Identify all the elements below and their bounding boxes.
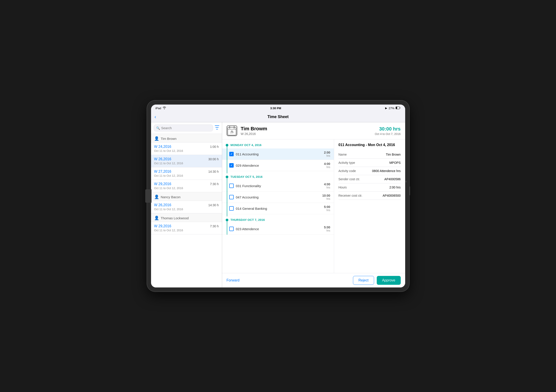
nav-bar: ‹ Time Sheet — [151, 112, 405, 122]
list-item-row: W 26,2016 14:30 h — [154, 203, 219, 207]
week-label: W 26,2016 — [154, 203, 171, 207]
list-item[interactable]: W 26,2016 30:00 h Oct 11 to Oct 12, 2016 — [151, 155, 222, 167]
task-hours-num: 5:00 — [324, 205, 330, 209]
week-label: W 24,2016 — [154, 145, 171, 149]
timeline-line — [227, 221, 227, 235]
sidebar-list: 👤 Tim Brown W 24,2016 1:00 h Oct 11 to O… — [151, 134, 222, 287]
info-label: Name — [339, 153, 347, 156]
task-checkbox-unchecked[interactable] — [229, 227, 234, 231]
detail-panel: 26 Tim Browm W 26,2016 30:00 hrs Oct 4 t… — [222, 122, 405, 287]
list-item[interactable]: W 29,2016 7:30 h Oct 11 to Oct 12, 2016 — [151, 180, 222, 192]
info-row-hours: Hours 2:00 hrs — [339, 183, 401, 192]
calendar-icon: 26 — [227, 125, 237, 136]
info-label: Hours — [339, 186, 347, 189]
list-item[interactable]: W 29,2016 7:30 h Oct 11 to Oct 12, 2016 — [151, 222, 222, 234]
info-label: Receiver cost ctr. — [339, 194, 362, 197]
task-row[interactable]: 047 Accounting 10:00 hrs — [222, 192, 334, 203]
task-checkbox-checked[interactable] — [229, 152, 234, 156]
info-value: 2:00 hrs — [389, 186, 401, 189]
day-label-thursday: THURSDAY OCT 7, 2016 — [231, 218, 265, 221]
task-name: 047 Accounting — [236, 195, 320, 199]
timeline-line — [227, 178, 227, 216]
day-label-tuesday: TUESDAY OCT 5, 2016 — [231, 175, 263, 179]
task-hours-unit: hrs — [324, 209, 330, 212]
total-hours: 30:00 hrs — [375, 126, 401, 132]
task-hours: 4:00 hrs — [324, 162, 330, 169]
reject-button[interactable]: Reject — [353, 276, 374, 285]
day-section-thursday: THURSDAY OCT 7, 2016 023 Attendence 5:00… — [222, 216, 334, 235]
status-right: ▶ 27% — [385, 106, 401, 110]
info-row-activity-code: Activity code 0800 Attendence hrs — [339, 167, 401, 175]
back-button[interactable]: ‹ — [154, 114, 156, 120]
wifi-icon — [162, 106, 166, 110]
hours-label: 14:30 h — [208, 203, 219, 207]
task-row[interactable]: 029 Attendence 4:00 hrs — [222, 160, 334, 171]
list-item[interactable]: W 26,2016 14:30 h Oct 11 to Oct 12, 2016 — [151, 201, 222, 213]
task-checkbox-unchecked[interactable] — [229, 206, 234, 211]
info-label: Activity type — [339, 161, 355, 165]
task-row[interactable]: 023 Attendence 5:00 hrs — [222, 223, 334, 235]
hours-label: 7:30 h — [210, 182, 219, 186]
task-name: 023 Attendence — [236, 227, 322, 231]
info-value: AP4000586 — [384, 177, 401, 181]
person-header-nancy-bacon: 👤 Nancy Bacon — [151, 192, 222, 201]
info-label: Activity code — [339, 169, 356, 173]
info-panel: 011 Accounting - Mon Oct 4, 2016 Name Ti… — [334, 139, 405, 273]
task-row[interactable]: 014 General Banking 5:00 hrs — [222, 203, 334, 214]
list-item-row: W 29,2016 7:30 h — [154, 182, 219, 186]
nav-title: Time Sheet — [267, 114, 289, 119]
search-input[interactable] — [161, 126, 211, 130]
forward-link[interactable]: Forward — [227, 278, 240, 282]
task-name: 029 Attendence — [236, 164, 322, 167]
detail-footer: Forward Reject Approve — [222, 273, 405, 287]
task-checkbox-checked[interactable] — [229, 163, 234, 168]
filter-icon[interactable] — [215, 125, 219, 130]
battery-icon — [396, 106, 401, 110]
task-row[interactable]: 011 Accounting 2:00 hrs — [222, 149, 334, 160]
list-item[interactable]: W 24,2016 1:00 h Oct 11 to Oct 12, 2016 — [151, 143, 222, 155]
footer-buttons: Reject Approve — [353, 276, 401, 285]
battery-label: 27% — [388, 106, 394, 110]
detail-week: W 26,2016 — [241, 132, 267, 136]
detail-person-info: Tim Browm W 26,2016 — [241, 126, 267, 136]
task-hours: 10:00 hrs — [322, 194, 330, 200]
date-range: Oct 11 to Oct 12, 2016 — [154, 162, 219, 165]
status-left: iPad — [155, 106, 166, 110]
task-checkbox-unchecked[interactable] — [229, 184, 234, 188]
task-hours: 2:00 hrs — [324, 151, 330, 157]
timeline-area: MONDAY OCT 4, 2016 011 Accounting 2:00 h… — [222, 139, 334, 273]
task-hours-unit: hrs — [322, 197, 330, 200]
header-date-range: Oct 4 to Oct 7, 2016 — [375, 132, 401, 136]
detail-header-left: 26 Tim Browm W 26,2016 — [227, 125, 267, 136]
svg-point-7 — [232, 130, 232, 131]
device-label: iPad — [155, 106, 161, 110]
info-value: AP40006500 — [383, 194, 401, 197]
task-row[interactable]: 031 Functionality 4:00 hrs — [222, 180, 334, 192]
task-hours-unit: hrs — [324, 166, 330, 169]
search-wrapper[interactable]: 🔍 — [154, 125, 213, 131]
task-name: 031 Functionality — [236, 184, 322, 188]
approve-button[interactable]: Approve — [377, 276, 401, 285]
info-row-sender-cost: Sender cost ctr. AP4000586 — [339, 175, 401, 183]
task-hours-unit: hrs — [324, 229, 330, 232]
date-range: Oct 11 to Oct 12, 2016 — [154, 229, 219, 232]
main-content: 🔍 👤 Tim Brown — [151, 122, 405, 287]
person-name-tim-brown: Tim Brown — [161, 137, 177, 141]
info-value: 0800 Attendence hrs — [372, 169, 401, 173]
week-label: W 29,2016 — [154, 224, 171, 228]
day-header-thursday: THURSDAY OCT 7, 2016 — [222, 216, 334, 223]
detail-header: 26 Tim Browm W 26,2016 30:00 hrs Oct 4 t… — [222, 122, 405, 139]
task-hours-num: 4:00 — [324, 182, 330, 186]
task-checkbox-unchecked[interactable] — [229, 195, 234, 199]
list-item[interactable]: W 27,2016 14:30 h Oct 11 to Oct 12, 2016 — [151, 167, 222, 180]
time-display: 3:30 PM — [270, 106, 281, 110]
info-value: MPOPS — [389, 161, 401, 165]
timeline-line — [227, 146, 227, 173]
location-icon: ▶ — [385, 106, 387, 110]
week-label: W 27,2016 — [154, 170, 171, 173]
info-label: Sender cost ctr. — [339, 177, 360, 181]
task-hours-num: 2:00 — [324, 151, 330, 154]
task-hours-unit: hrs — [324, 154, 330, 157]
day-dot — [226, 219, 228, 221]
task-hours-num: 5:00 — [324, 226, 330, 229]
